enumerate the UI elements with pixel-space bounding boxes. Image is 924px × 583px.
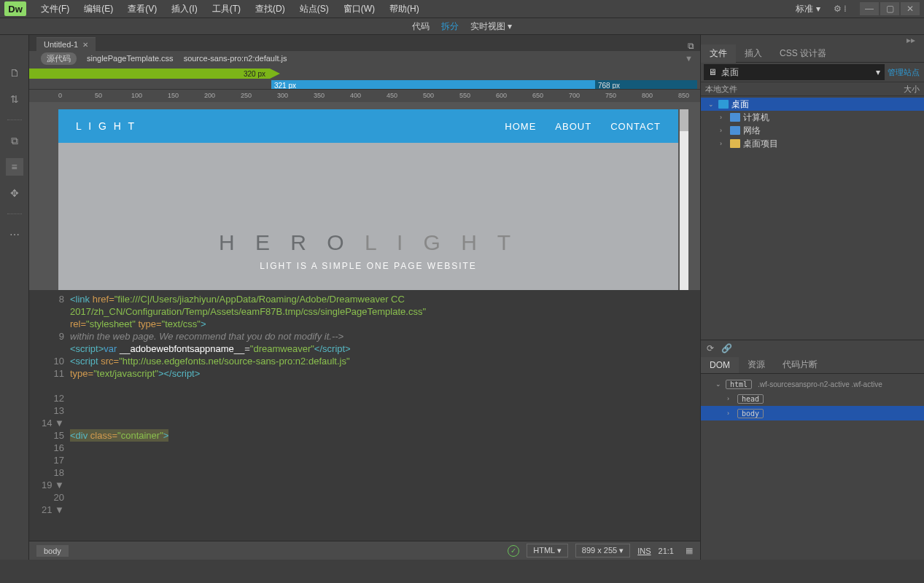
related-file[interactable]: singlePageTemplate.css <box>87 54 174 63</box>
ruler-tick: 300 <box>277 92 288 99</box>
hero-subtitle: LIGHT IS A SIMPLE ONE PAGE WEBSITE <box>58 261 678 271</box>
maximize-button[interactable]: ▢ <box>880 2 899 15</box>
dom-panel-tabs: DOM资源代码片断 <box>701 356 924 374</box>
code-view[interactable]: 8 9 1011 121314 ▼1516171819 ▼2021 ▼ <lin… <box>29 290 700 541</box>
workspace-selector[interactable]: 标准 ▾ <box>788 1 827 17</box>
menu-item[interactable]: 插入(I) <box>166 1 203 17</box>
menu-item[interactable]: 站点(S) <box>294 1 335 17</box>
col-size: 大小 <box>904 84 920 95</box>
panel-tab[interactable]: 代码片断 <box>774 356 826 374</box>
file-tree-item[interactable]: ›桌面项目 <box>701 137 924 150</box>
ruler-tick: 150 <box>168 92 179 99</box>
menu-item[interactable]: 工具(T) <box>206 1 246 17</box>
sync-settings-icon[interactable]: ⚙ ⁞ <box>834 4 847 14</box>
status-bar: body ✓ HTML ▾ 899 x 255 ▾ INS 21:1 ▦ <box>29 541 700 560</box>
left-toolbar: 🗋 ⇅ ⧉ ≡ ✥ ⋯ <box>0 35 29 560</box>
related-file[interactable]: source-sans-pro:n2:default.js <box>184 54 287 63</box>
restore-panel-icon[interactable]: ⧉ <box>688 41 694 51</box>
source-code-pill[interactable]: 源代码 <box>41 52 77 65</box>
col-local-files: 本地文件 <box>705 84 737 95</box>
nav-link[interactable]: HOME <box>505 121 536 132</box>
cursor-position: 21:1 <box>659 547 674 555</box>
page-canvas[interactable]: L I G H T HOMEABOUTCONTACT H E R O L I G… <box>58 109 678 290</box>
menu-item[interactable]: 查看(V) <box>122 1 163 17</box>
manage-sites-link[interactable]: 管理站点 <box>888 67 920 78</box>
window-size[interactable]: 899 x 255 ▾ <box>575 544 630 557</box>
panel-tab[interactable]: 插入 <box>736 44 771 63</box>
panel-tab[interactable]: 文件 <box>701 44 736 63</box>
media-query-bar: 320 px 321 px767 px 768 px <box>29 66 700 89</box>
files-panel-tabs: 文件插入CSS 设计器 <box>701 45 924 63</box>
preview-icon[interactable]: ▦ <box>686 546 693 555</box>
panel-tab[interactable]: 资源 <box>739 356 774 374</box>
ruler-tick: 450 <box>387 92 397 99</box>
ruler-tick: 800 <box>642 92 653 99</box>
design-view: L I G H T HOMEABOUTCONTACT H E R O L I G… <box>29 102 700 290</box>
related-files-bar: 源代码 singlePageTemplate.css source-sans-p… <box>29 51 700 66</box>
minimize-button[interactable]: — <box>860 2 879 15</box>
ruler-tick: 500 <box>423 92 434 99</box>
menu-item[interactable]: 查找(D) <box>249 1 291 17</box>
collapse-icon[interactable]: ⧉ <box>6 132 23 149</box>
refresh-icon[interactable]: ⟳ <box>707 343 714 353</box>
ruler-tick: 700 <box>569 92 580 99</box>
doc-tab[interactable]: Untitled-1 ✕ <box>36 37 96 51</box>
dom-tree-item[interactable]: ›head <box>701 391 924 406</box>
ruler-tick: 600 <box>496 92 507 99</box>
hero-title: H E R O L I G H T <box>58 230 678 255</box>
dom-tree-item[interactable]: ›body <box>701 406 924 420</box>
collapse-panel-icon[interactable]: ▸▸ <box>906 35 920 45</box>
view-switcher: 代码 拆分 实时视图 ▾ <box>0 17 924 35</box>
menu-item[interactable]: 窗口(W) <box>338 1 381 17</box>
language-mode[interactable]: HTML ▾ <box>527 544 568 557</box>
ruler-tick: 250 <box>241 92 252 99</box>
manage-icon[interactable]: ⇅ <box>6 90 23 108</box>
tab-close-icon[interactable]: ✕ <box>82 41 88 49</box>
ruler-tick: 400 <box>350 92 361 99</box>
document-tabs: Untitled-1 ✕ ⧉ <box>29 35 700 51</box>
panel-tab[interactable]: CSS 设计器 <box>771 44 835 63</box>
target-icon[interactable]: ✥ <box>6 184 23 202</box>
file-tree-item[interactable]: ›计算机 <box>701 111 924 124</box>
nav-link[interactable]: ABOUT <box>555 121 591 132</box>
ruler-tick: 350 <box>314 92 325 99</box>
menu-item[interactable]: 文件(F) <box>35 1 75 17</box>
monitor-icon: 🖥 <box>708 67 717 77</box>
link-icon[interactable]: 🔗 <box>721 343 732 353</box>
ruler-tick: 100 <box>131 92 142 99</box>
site-header: L I G H T HOMEABOUTCONTACT <box>58 109 678 143</box>
view-code[interactable]: 代码 <box>412 20 430 33</box>
menu-item[interactable]: 编辑(E) <box>78 1 119 17</box>
ruler-tick: 650 <box>532 92 543 99</box>
file-tree-item[interactable]: ›网络 <box>701 124 924 137</box>
ruler-tick: 200 <box>204 92 215 99</box>
design-scrollbar[interactable] <box>680 109 688 290</box>
site-brand: L I G H T <box>76 120 136 132</box>
ruler-tick: 50 <box>95 92 102 99</box>
site-dropdown[interactable]: 🖥 桌面 ▾ <box>704 64 885 80</box>
filter-icon[interactable]: ▼ <box>685 54 693 63</box>
format-icon[interactable]: ≡ <box>6 158 23 176</box>
file-icon[interactable]: 🗋 <box>6 64 23 82</box>
more-icon[interactable]: ⋯ <box>6 226 23 243</box>
main-menu: 文件(F)编辑(E)查看(V)插入(I)工具(T)查找(D)站点(S)窗口(W)… <box>35 1 788 17</box>
nav-link[interactable]: CONTACT <box>610 121 661 132</box>
insert-mode[interactable]: INS <box>637 547 651 555</box>
tag-selector[interactable]: body <box>36 545 69 557</box>
mq-range-1[interactable]: 320 px <box>29 69 270 79</box>
file-tree-item[interactable]: ⌄桌面 <box>701 98 924 111</box>
ruler-tick: 0 <box>58 92 62 99</box>
menu-item[interactable]: 帮助(H) <box>384 1 425 17</box>
ruler-tick: 750 <box>605 92 616 99</box>
panel-tab[interactable]: DOM <box>701 357 739 373</box>
no-errors-icon[interactable]: ✓ <box>508 545 519 557</box>
view-split[interactable]: 拆分 <box>441 20 459 33</box>
title-bar: Dw 文件(F)编辑(E)查看(V)插入(I)工具(T)查找(D)站点(S)窗口… <box>0 0 924 17</box>
ruler-tick: 850 <box>678 92 689 99</box>
dom-tree-item[interactable]: ⌄html.wf-sourcesanspro-n2-active .wf-act… <box>701 377 924 391</box>
view-live[interactable]: 实时视图 ▾ <box>470 20 512 33</box>
horizontal-ruler: 0501001502002503003504004505005506006507… <box>29 89 700 102</box>
close-button[interactable]: ✕ <box>901 2 920 15</box>
app-logo: Dw <box>4 1 26 16</box>
ruler-tick: 550 <box>459 92 470 99</box>
